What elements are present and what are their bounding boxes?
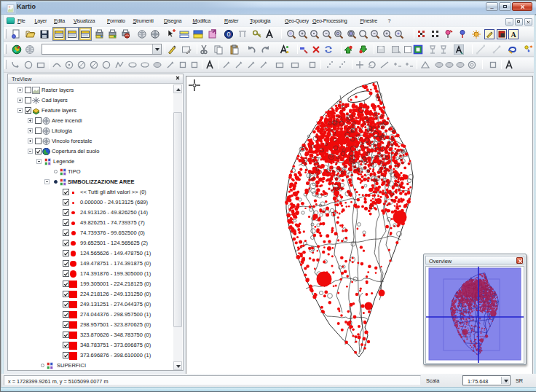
svg-text:0: 0 <box>226 31 230 38</box>
svg-text:A: A <box>511 31 516 39</box>
